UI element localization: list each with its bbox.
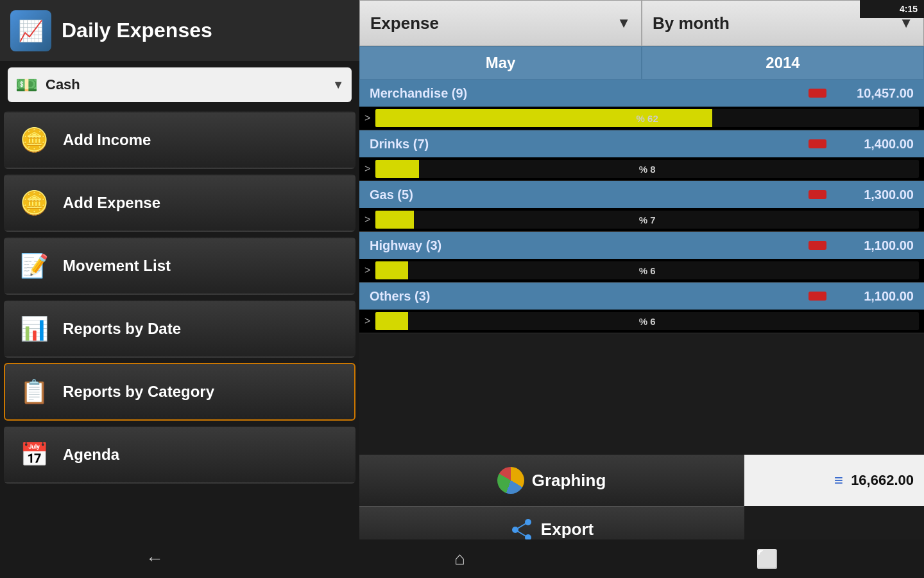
svg-line-4 — [515, 530, 528, 538]
expense-category-drinks: Drinks (7) 1,400.00 > % 8 — [359, 130, 924, 181]
menu-item-reports-by-date[interactable]: 📊 Reports by Date — [4, 300, 355, 358]
bar-container-merchandise: % 62 — [375, 109, 919, 127]
total-icon: ≡ — [834, 471, 843, 489]
nav-bar: ← ⌂ ⬜ — [0, 539, 924, 578]
bar-label-others: % 6 — [375, 316, 919, 327]
bar-label-gas: % 7 — [375, 215, 919, 225]
menu-item-reports-by-category[interactable]: 📋 Reports by Category — [4, 363, 355, 421]
expense-category-gas: Gas (5) 1,300.00 > % 7 — [359, 181, 924, 232]
account-dropdown-arrow: ▼ — [332, 78, 344, 92]
app-title: Daily Expenses — [62, 19, 212, 42]
top-controls: Expense ▼ By month ▼ — [359, 0, 924, 46]
bar-label-drinks: % 8 — [375, 164, 919, 175]
add-expense-label: Add Expense — [63, 194, 160, 212]
menu-item-add-expense[interactable]: 🪙 Add Expense — [4, 174, 355, 232]
expense-category-merchandise: Merchandise (9) 10,457.00 > % 62 — [359, 80, 924, 130]
delete-others-icon[interactable] — [809, 292, 826, 301]
reports-by-date-icon: 📊 — [15, 310, 53, 347]
expense-header-merchandise[interactable]: Merchandise (9) 10,457.00 — [359, 80, 924, 107]
left-panel: 📈 Daily Expenses 💵 Cash ▼ 🪙 Add Income 🪙… — [0, 0, 359, 552]
bar-arrow-others: > — [364, 315, 370, 327]
back-button[interactable]: ← — [146, 548, 164, 569]
total-area: ≡ 16,662.00 — [744, 455, 924, 506]
bar-container-drinks: % 8 — [375, 160, 919, 178]
agenda-icon: 📅 — [15, 436, 53, 473]
expense-amount-highway: 1,100.00 — [837, 238, 914, 253]
bar-arrow-highway: > — [364, 265, 370, 276]
status-time: 4:15 — [900, 4, 918, 14]
add-expense-icon: 🪙 — [15, 184, 53, 222]
delete-highway-icon[interactable] — [809, 241, 826, 250]
graphing-button[interactable]: Graphing — [359, 455, 744, 506]
delete-gas-icon[interactable] — [809, 190, 826, 199]
type-dropdown[interactable]: Expense ▼ — [359, 0, 642, 46]
app-header: 📈 Daily Expenses — [0, 0, 359, 61]
expense-bar-gas: > % 7 — [359, 208, 924, 231]
expense-amount-merchandise: 10,457.00 — [837, 86, 914, 101]
expense-amount-others: 1,100.00 — [837, 289, 914, 304]
date-row: May 2014 — [359, 46, 924, 80]
svg-line-3 — [515, 522, 528, 530]
delete-drinks-icon[interactable] — [809, 139, 826, 148]
bar-label-merchandise: % 62 — [375, 113, 919, 124]
expense-name-merchandise: Merchandise (9) — [370, 86, 809, 101]
home-button[interactable]: ⌂ — [454, 548, 465, 569]
type-dropdown-arrow: ▼ — [617, 15, 631, 31]
reports-by-category-icon: 📋 — [15, 373, 53, 410]
expense-bar-drinks: > % 8 — [359, 157, 924, 180]
delete-merchandise-icon[interactable] — [809, 89, 826, 98]
add-income-icon: 🪙 — [15, 121, 53, 159]
expense-bar-highway: > % 6 — [359, 259, 924, 282]
month-label[interactable]: May — [359, 46, 642, 80]
menu-item-add-income[interactable]: 🪙 Add Income — [4, 111, 355, 169]
pie-chart-icon — [497, 467, 524, 494]
bar-arrow-merchandise: > — [364, 112, 370, 124]
expense-name-gas: Gas (5) — [370, 188, 809, 202]
expense-category-others: Others (3) 1,100.00 > % 6 — [359, 283, 924, 333]
year-label[interactable]: 2014 — [642, 46, 924, 80]
bar-container-others: % 6 — [375, 312, 919, 330]
expense-header-gas[interactable]: Gas (5) 1,300.00 — [359, 181, 924, 208]
expense-name-others: Others (3) — [370, 289, 809, 304]
bar-container-highway: % 6 — [375, 261, 919, 279]
bar-label-highway: % 6 — [375, 265, 919, 276]
reports-by-category-label: Reports by Category — [63, 383, 214, 401]
expense-header-drinks[interactable]: Drinks (7) 1,400.00 — [359, 130, 924, 157]
expense-name-highway: Highway (3) — [370, 238, 809, 253]
bar-container-gas: % 7 — [375, 211, 919, 229]
app-icon: 📈 — [10, 10, 51, 51]
expense-amount-drinks: 1,400.00 — [837, 137, 914, 152]
agenda-label: Agenda — [63, 446, 119, 464]
add-income-label: Add Income — [63, 131, 151, 149]
bar-arrow-gas: > — [364, 214, 370, 225]
menu-item-agenda[interactable]: 📅 Agenda — [4, 426, 355, 484]
total-amount: 16,662.00 — [851, 472, 914, 489]
menu-item-movement-list[interactable]: 📝 Movement List — [4, 237, 355, 295]
recents-button[interactable]: ⬜ — [756, 548, 778, 570]
export-label: Export — [541, 520, 594, 539]
right-panel: Expense ▼ By month ▼ May 2014 Merchandis… — [359, 0, 924, 552]
account-label: Cash — [46, 76, 332, 93]
cash-icon: 💵 — [15, 74, 38, 96]
export-share-icon — [510, 518, 533, 541]
expense-bar-merchandise: > % 62 — [359, 107, 924, 130]
expense-amount-gas: 1,300.00 — [837, 188, 914, 202]
status-bar: 4:15 — [860, 0, 924, 18]
type-dropdown-label: Expense — [370, 13, 617, 33]
expense-name-drinks: Drinks (7) — [370, 137, 809, 152]
account-selector[interactable]: 💵 Cash ▼ — [8, 67, 352, 102]
bottom-controls: Graphing ≡ 16,662.00 — [359, 455, 924, 506]
expense-bar-others: > % 6 — [359, 310, 924, 333]
expense-list: Merchandise (9) 10,457.00 > % 62 Drinks … — [359, 80, 924, 455]
expense-header-others[interactable]: Others (3) 1,100.00 — [359, 283, 924, 310]
movement-list-label: Movement List — [63, 257, 171, 275]
expense-category-highway: Highway (3) 1,100.00 > % 6 — [359, 232, 924, 283]
graphing-label: Graphing — [532, 471, 606, 491]
reports-by-date-label: Reports by Date — [63, 320, 181, 338]
bar-arrow-drinks: > — [364, 163, 370, 175]
movement-list-icon: 📝 — [15, 247, 53, 285]
expense-header-highway[interactable]: Highway (3) 1,100.00 — [359, 232, 924, 259]
